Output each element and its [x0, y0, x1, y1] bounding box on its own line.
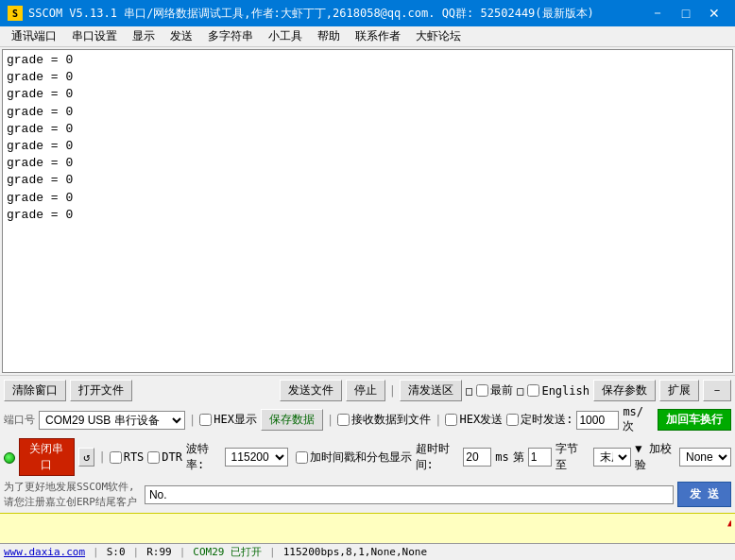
save-params-button[interactable]: 保存参数	[593, 380, 656, 401]
refresh-button[interactable]: ↺	[78, 448, 95, 467]
time-send-label[interactable]: 定时发送:	[506, 412, 573, 428]
terminal-output[interactable]: grade = 0grade = 0grade = 0grade = 0grad…	[2, 49, 733, 373]
overtime-label: 超时时间:	[416, 441, 460, 473]
time-unit: ms/次	[623, 405, 654, 434]
overtime-unit: ms	[495, 450, 508, 464]
send-button[interactable]: 发 送	[677, 482, 731, 507]
terminal-line: grade = 0	[7, 172, 728, 189]
status-port: COM29 已打开	[193, 545, 262, 559]
english-checkbox-label[interactable]: English	[527, 384, 590, 398]
close-port-button[interactable]: 关闭串口	[19, 438, 75, 476]
rts-label[interactable]: RTS	[110, 450, 145, 464]
menu-xiaogongju[interactable]: 小工具	[261, 26, 310, 46]
close-button[interactable]: ✕	[701, 3, 727, 24]
window-controls: － □ ✕	[644, 3, 727, 24]
main-area: grade = 0grade = 0grade = 0grade = 0grad…	[0, 47, 735, 560]
side-text: 为了更好地发展SSCOM软件, 请您注册嘉立创ERP结尾客户	[4, 480, 137, 509]
minimize-button[interactable]: －	[644, 3, 671, 24]
last-checkbox-label[interactable]: 最前	[476, 382, 513, 399]
menu-chuankou[interactable]: 串口设置	[64, 26, 125, 46]
terminal-line: grade = 0	[7, 190, 728, 207]
maximize-button[interactable]: □	[673, 3, 699, 24]
menu-bar: 通讯端口 串口设置 显示 发送 多字符串 小工具 帮助 联系作者 大虾论坛	[0, 26, 735, 47]
status-s: S:0	[107, 546, 126, 558]
byte-from-label: 第	[513, 450, 524, 466]
terminal-line: grade = 0	[7, 155, 728, 172]
menu-luntan[interactable]: 大虾论坛	[408, 26, 469, 46]
title-bar-left: S SSCOM V5.13.1 串口/网络数据调试工具,作者:大虾丁丁,2618…	[8, 6, 594, 22]
check-label: ▼ 加校验	[635, 441, 675, 473]
status-website: www.daxia.com	[4, 546, 85, 558]
led-indicator	[4, 450, 15, 464]
status-baud-info: 115200bps,8,1,None,None	[283, 546, 427, 558]
send-file-button[interactable]: 发送文件	[280, 380, 342, 401]
menu-bangzhu[interactable]: 帮助	[310, 26, 348, 46]
stop-button[interactable]: 停止	[346, 380, 385, 401]
menu-tongxun[interactable]: 通讯端口	[4, 26, 64, 46]
clear-send-area-button[interactable]: 清发送区	[400, 380, 462, 401]
port-row: 端口号 COM29 USB 串行设备 | HEX显示 保存数据 | 接收数据到文…	[4, 403, 731, 436]
terminal-line: grade = 0	[7, 207, 728, 224]
terminal-line: grade = 0	[7, 121, 728, 138]
status-r: R:99	[146, 546, 172, 558]
save-data-button[interactable]: 保存数据	[261, 409, 323, 431]
terminal-line: grade = 0	[7, 52, 728, 69]
menu-xianshi[interactable]: 显示	[125, 26, 162, 46]
receive-to-file-label[interactable]: 接收数据到文件	[337, 412, 431, 428]
send-row: 为了更好地发展SSCOM软件, 请您注册嘉立创ERP结尾客户 发 送	[4, 478, 731, 511]
byte-to-select[interactable]: 末尾	[593, 448, 631, 467]
hex-display-checkbox[interactable]	[199, 414, 212, 426]
time-value-input[interactable]	[576, 411, 619, 430]
hex-display-label[interactable]: HEX显示	[199, 412, 257, 428]
timestamp-label[interactable]: 加时间戳和分包显示	[296, 450, 412, 466]
terminal-line: grade = 0	[7, 138, 728, 155]
menu-fasong[interactable]: 发送	[162, 26, 200, 46]
english-checkbox[interactable]	[527, 384, 539, 397]
hex-send-checkbox[interactable]	[445, 414, 457, 426]
receive-to-file-checkbox[interactable]	[337, 414, 350, 426]
rts-checkbox[interactable]	[110, 451, 122, 464]
clear-window-button[interactable]: 清除窗口	[4, 380, 66, 401]
time-send-checkbox[interactable]	[506, 414, 519, 426]
timestamp-checkbox[interactable]	[296, 451, 308, 464]
menu-lianxi[interactable]: 联系作者	[348, 26, 408, 46]
baud-label: 波特率:	[186, 441, 221, 473]
dtr-label[interactable]: DTR	[147, 450, 182, 464]
byte-from-input[interactable]	[528, 448, 552, 467]
menu-duozifuchuan[interactable]: 多字符串	[200, 26, 261, 46]
send-input[interactable]	[145, 485, 674, 504]
terminal-line: grade = 0	[7, 69, 728, 86]
terminal-line: grade = 0	[7, 104, 728, 121]
baud-select[interactable]: 115200	[225, 448, 288, 467]
dash-button[interactable]: －	[703, 380, 731, 401]
title-bar-text: SSCOM V5.13.1 串口/网络数据调试工具,作者:大虾丁丁,261805…	[28, 6, 594, 22]
bottom-panel: 清除窗口 打开文件 发送文件 停止 | 清发送区 □ 最前 □ English …	[0, 375, 735, 513]
last-checkbox[interactable]	[476, 384, 488, 397]
app-icon: S	[8, 6, 23, 21]
open-file-button[interactable]: 打开文件	[70, 380, 132, 401]
byte-unit: 字节 至	[556, 441, 590, 473]
title-bar: S SSCOM V5.13.1 串口/网络数据调试工具,作者:大虾丁丁,2618…	[0, 0, 735, 26]
port-label: 端口号	[4, 413, 35, 427]
expand-button[interactable]: 扩展	[659, 380, 699, 401]
crlf-button[interactable]: 加回车换行	[658, 409, 731, 431]
hex-row: 关闭串口 ↺ | RTS DTR 波特率: 115200 加时间戳和分包显示 超…	[4, 436, 731, 478]
news-ticker: ▲QQ群满员了,没有第二个群. 有需要请在虾坛提问[注册] ★合宙高性价比4G模…	[0, 513, 735, 543]
button-row: 清除窗口 打开文件 发送文件 停止 | 清发送区 □ 最前 □ English …	[4, 378, 731, 403]
overtime-input[interactable]	[463, 448, 491, 467]
status-bar: www.daxia.com | S:0 | R:99 | COM29 已打开 |…	[0, 543, 735, 560]
dtr-checkbox[interactable]	[147, 451, 160, 464]
check-select[interactable]: None	[679, 448, 731, 467]
terminal-line: grade = 0	[7, 86, 728, 103]
ticker-marquee: ▲QQ群满员了,没有第二个群. 有需要请在虾坛提问[注册] ★合宙高性价比4G模…	[4, 516, 731, 530]
hex-send-label[interactable]: HEX发送	[445, 412, 503, 428]
port-select[interactable]: COM29 USB 串行设备	[39, 411, 185, 430]
